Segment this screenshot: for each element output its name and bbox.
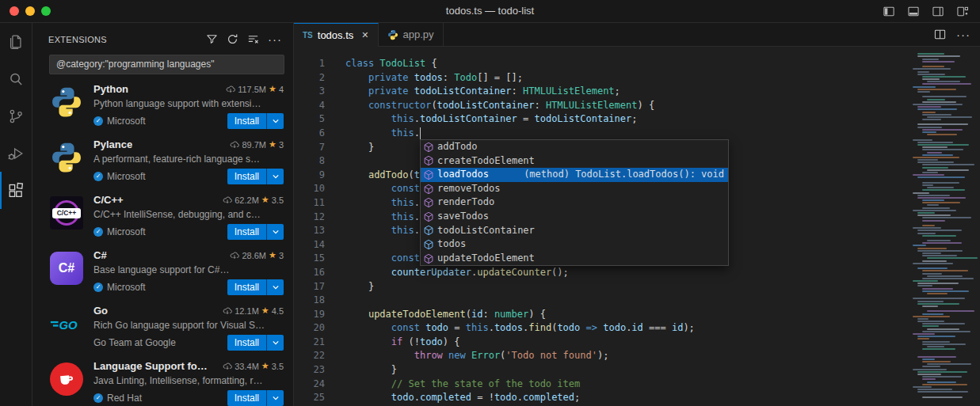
code-line[interactable]	[345, 294, 906, 308]
publisher-name: Microsoft	[107, 282, 146, 293]
install-button[interactable]: Install	[227, 390, 284, 406]
suggestion-loadTodos[interactable]: loadTodos(method) TodoList.loadTodos(): …	[421, 168, 728, 182]
search-icon	[7, 70, 25, 88]
install-dropdown-chevron-icon[interactable]	[266, 113, 284, 129]
activity-bar	[0, 23, 32, 406]
code-line[interactable]: if (!todo) {	[345, 336, 906, 350]
code-line[interactable]: todo.completed = !todo.completed;	[345, 391, 906, 405]
code-line[interactable]: constructor(todoListContainer: HTMLUList…	[345, 99, 906, 113]
sidebar-item-source-control[interactable]	[0, 97, 32, 135]
install-label[interactable]: Install	[227, 337, 266, 348]
download-count: 62.2M	[235, 195, 259, 205]
sidebar-item-explorer[interactable]	[0, 23, 32, 60]
install-button[interactable]: Install	[227, 224, 284, 240]
split-editor-icon[interactable]	[934, 28, 946, 40]
extension-name: Go	[93, 305, 108, 317]
cpp-extension-icon: C/C++	[50, 196, 83, 230]
suggestion-addTodo[interactable]: addTodo	[421, 140, 728, 154]
minimap[interactable]	[907, 47, 980, 406]
python-extension-icon	[50, 85, 83, 119]
download-count-icon	[223, 306, 232, 316]
extension-row[interactable]: GO Go 12.1M ★ 4.5 Rich Go language suppo…	[32, 297, 293, 352]
code-line[interactable]: class TodoList {	[345, 57, 906, 71]
suggestion-createTodoElement[interactable]: createTodoElement	[421, 154, 728, 169]
extension-row[interactable]: Pylance 89.7M ★ 3 A performant, feature-…	[32, 131, 293, 186]
rating-value: 4	[279, 85, 284, 94]
extension-row[interactable]: Language Support fo… 33.4M ★ 3.5 Java Li…	[32, 352, 293, 406]
code-line[interactable]: }	[345, 280, 906, 294]
extensions-list: Python 117.5M ★ 4 Python language suppor…	[32, 75, 293, 406]
install-label[interactable]: Install	[227, 171, 266, 182]
layout-sidebar-left-icon[interactable]	[883, 6, 895, 17]
code-editor[interactable]: 1234567891011121314151617181920212223242…	[294, 47, 980, 406]
download-count: 12.1M	[235, 306, 259, 316]
sidebar-item-extensions[interactable]	[0, 172, 32, 209]
suggestion-removeTodos[interactable]: removeTodos	[421, 182, 728, 196]
install-label[interactable]: Install	[227, 282, 266, 293]
download-count: 33.4M	[235, 362, 259, 371]
download-count-icon	[223, 195, 232, 205]
download-count: 117.5M	[238, 85, 266, 94]
download-count: 89.7M	[242, 140, 266, 150]
refresh-icon[interactable]	[227, 33, 238, 45]
star-icon: ★	[269, 250, 276, 260]
code-line[interactable]: const todo = this.todos.find(todo => tod…	[345, 321, 906, 336]
download-count-icon	[226, 85, 235, 94]
publisher-name: Microsoft	[107, 226, 146, 237]
sidebar-item-run-debug[interactable]	[0, 135, 32, 172]
install-label[interactable]: Install	[227, 116, 266, 127]
install-label[interactable]: Install	[227, 226, 266, 237]
python-extension-icon	[50, 141, 83, 174]
code-line[interactable]: updateTodoElement(id: number) {	[345, 308, 906, 322]
clear-search-results-icon[interactable]	[247, 33, 259, 45]
install-dropdown-chevron-icon[interactable]	[266, 279, 284, 295]
more-actions-icon[interactable]: ···	[268, 32, 282, 46]
text-cursor	[420, 127, 421, 139]
more-actions-icon[interactable]: ···	[956, 28, 970, 41]
install-button[interactable]: Install	[227, 335, 284, 351]
code-line[interactable]: private todoListContainer: HTMLUListElem…	[345, 85, 906, 99]
extension-row[interactable]: C# C# 28.6M ★ 3 Base language support fo…	[32, 241, 293, 297]
suggestion-renderTodo[interactable]: renderTodo	[421, 195, 728, 210]
verified-publisher-icon: ✓	[93, 393, 103, 403]
layout-customize-icon[interactable]	[956, 6, 969, 17]
install-dropdown-chevron-icon[interactable]	[266, 390, 284, 406]
suggestion-updateTodoElement[interactable]: updateTodoElement	[421, 252, 728, 266]
tab-app-py[interactable]: app.py	[379, 23, 444, 46]
code-line[interactable]: }	[345, 363, 906, 378]
explorer-icon	[7, 33, 25, 51]
install-dropdown-chevron-icon[interactable]	[266, 169, 284, 184]
suggestion-todoListContainer[interactable]: todoListContainer	[421, 224, 728, 238]
code-line[interactable]: this.	[345, 127, 906, 141]
extension-row[interactable]: Python 117.5M ★ 4 Python language suppor…	[32, 75, 293, 131]
filter-icon[interactable]	[206, 33, 218, 45]
install-button[interactable]: Install	[227, 169, 284, 184]
layout-panel-icon[interactable]	[907, 6, 920, 17]
extension-description: C/C++ IntelliSense, debugging, and c…	[93, 209, 284, 220]
symbol-method-icon	[423, 211, 434, 222]
suggestion-saveTodos[interactable]: saveTodos	[421, 210, 728, 224]
install-dropdown-chevron-icon[interactable]	[266, 224, 284, 240]
intellisense-popup: addTodocreateTodoElementloadTodos(method…	[420, 139, 729, 266]
code-line[interactable]: counterUpdater.updateCounter();	[345, 266, 906, 280]
install-label[interactable]: Install	[227, 393, 266, 404]
layout-sidebar-right-icon[interactable]	[932, 6, 944, 17]
install-dropdown-chevron-icon[interactable]	[266, 335, 284, 351]
code-line[interactable]: private todos: Todo[] = [];	[345, 71, 906, 85]
symbol-field-icon	[423, 225, 434, 236]
extension-row[interactable]: C/C++ C/C++ 62.2M ★ 3.5 C/C++ IntelliSen…	[32, 186, 293, 241]
symbol-method-icon	[423, 169, 434, 180]
tab-todos-ts[interactable]: TS todos.ts ✕	[294, 23, 379, 47]
code-line[interactable]: this.todoListContainer = todoListContain…	[345, 112, 906, 127]
svg-text:GO: GO	[59, 319, 78, 332]
extension-description: Base language support for C#…	[93, 264, 284, 275]
tab-label: todos.ts	[318, 29, 354, 41]
install-button[interactable]: Install	[227, 279, 284, 295]
close-tab-icon[interactable]: ✕	[361, 30, 368, 40]
code-line[interactable]: throw new Error('Todo not found');	[345, 349, 906, 363]
code-line[interactable]: // Set the state of the todo item	[345, 378, 906, 392]
sidebar-item-search[interactable]	[0, 60, 32, 97]
install-button[interactable]: Install	[227, 113, 284, 129]
suggestion-todos[interactable]: todos	[421, 237, 728, 252]
extensions-search-input[interactable]: @category:"programming languages"	[49, 55, 284, 74]
